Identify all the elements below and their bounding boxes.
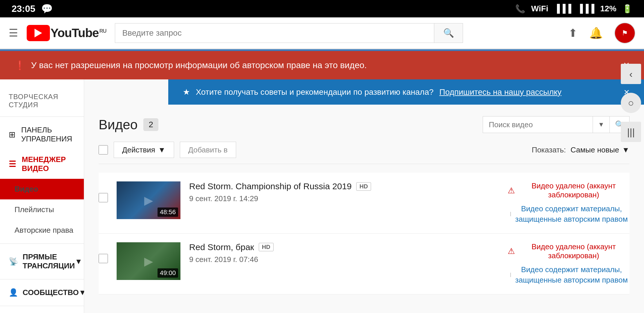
sidebar: ТВОРЧЕСКАЯ СТУДИЯ ⊞ ПАНЕЛЬ УПРАВЛЕНИЯ ☰ …: [0, 79, 84, 313]
status-icons: 📞 WiFi ▐▐▐ ▐▐▐ 12% 🔋: [515, 4, 632, 14]
playlists-sub-label: Плейлисты: [15, 205, 54, 214]
search-videos-container: ▼ 🔍: [483, 116, 629, 133]
logo-ru: RU: [99, 28, 106, 34]
logo-text: YouTubeRU: [50, 26, 106, 40]
status-deleted-2: ⚠ Видео удалено (аккаунт заблокирован): [508, 242, 629, 260]
warning-icon-1: ⚠: [508, 186, 515, 195]
content-wrapper: ★ Хотите получать советы и рекомендации …: [84, 79, 644, 313]
sidebar-item-label: МЕНЕДЖЕР ВИДЕО: [22, 155, 75, 173]
hd-badge-2: HD: [259, 243, 274, 251]
status-deleted-text-2: Видео удалено (аккаунт заблокирован): [518, 242, 629, 260]
status-deleted-text-1: Видео удалено (аккаунт заблокирован): [518, 181, 629, 199]
battery-display: 12%: [600, 4, 616, 13]
video-status-2: ⚠ Видео удалено (аккаунт заблокирован) |…: [508, 242, 629, 285]
video-thumbnail-2[interactable]: ▶ 49:00: [117, 242, 180, 280]
upload-button[interactable]: ⬆: [568, 27, 578, 39]
content-title-group: Видео 2: [99, 117, 158, 132]
video-date-2: 9 сент. 2019 г. 07:46: [189, 255, 499, 264]
live-label: ПРЯМЫЕ ТРАНСЛЯЦИИ: [23, 252, 75, 270]
hd-badge-1: HD: [356, 182, 371, 191]
video-status-1: ⚠ Видео удалено (аккаунт заблокирован) |…: [508, 181, 629, 225]
sidebar-item-dashboard[interactable]: ⊞ ПАНЕЛЬ УПРАВЛЕНИЯ: [0, 120, 84, 149]
video-date-1: 9 сент. 2019 г. 14:29: [189, 194, 499, 203]
sort-label: Самые новые: [571, 145, 619, 154]
sidebar-item-label: ПАНЕЛЬ УПРАВЛЕНИЯ: [21, 125, 75, 143]
divider-4: [0, 306, 84, 306]
sidebar-item-copyright[interactable]: Авторские права: [0, 220, 84, 241]
content-area: Видео 2 ▼ 🔍 Действия ▼ Добавить в: [84, 105, 644, 306]
signal2-icon: ▐▐▐: [577, 4, 594, 13]
info-banner-link[interactable]: Подпишитесь на нашу рассылку: [439, 88, 562, 97]
battery-icon: 🔋: [622, 4, 632, 14]
actions-button[interactable]: Действия ▼: [114, 142, 174, 158]
info-banner: ★ Хотите получать советы и рекомендации …: [168, 79, 644, 105]
search-videos-dropdown[interactable]: ▼: [593, 116, 610, 133]
right-nav: ‹ ○ |||: [618, 58, 644, 148]
select-all-checkbox[interactable]: [99, 145, 108, 154]
warning-icon-2: ⚠: [508, 246, 515, 256]
sidebar-item-video-manager[interactable]: ☰ МЕНЕДЖЕР ВИДЕО: [0, 149, 84, 179]
error-banner: ❗ У вас нет разрешения на просмотр инфор…: [0, 51, 644, 79]
youtube-logo-icon: [27, 25, 50, 41]
videos-sub-label: Видео: [15, 185, 38, 194]
video-title-1: Red Storm. Championship of Russia 2019: [189, 181, 352, 191]
studio-label: ТВОРЧЕСКАЯ СТУДИЯ: [0, 88, 84, 114]
live-icon: 📡: [9, 257, 18, 266]
navbar-actions: ⬆ 🔔 ⚑: [568, 23, 635, 43]
phone-icon: 📞: [515, 4, 525, 14]
video-duration-2: 49:00: [158, 268, 178, 278]
toolbar-right: Показать: Самые новые ▼: [532, 145, 629, 154]
star-icon: ★: [183, 87, 190, 97]
sidebar-item-playlists[interactable]: Плейлисты: [0, 199, 84, 220]
content-title: Видео: [99, 117, 138, 132]
error-icon: ❗: [15, 60, 25, 70]
info-banner-text: Хотите получать советы и рекомендации по…: [196, 88, 434, 97]
video-thumbnail-1[interactable]: ▶ 48:56: [117, 181, 180, 219]
sidebar-item-videos[interactable]: Видео: [0, 179, 84, 199]
count-badge: 2: [143, 118, 158, 131]
status-time: 23:05 💬: [12, 3, 53, 14]
status-copyright-2[interactable]: Видео содержит материалы, защищенные авт…: [513, 264, 629, 285]
video-title-2: Red Storm, брак: [189, 242, 254, 252]
divider-3: [0, 279, 84, 279]
dashboard-icon: ⊞: [9, 130, 15, 139]
community-icon: 👤: [9, 288, 18, 297]
actions-chevron-icon: ▼: [158, 145, 166, 154]
actions-label: Действия: [122, 145, 155, 154]
time-display: 23:05: [12, 3, 35, 14]
table-row: ▶ 49:00 Red Storm, брак HD 9 сент. 2019 …: [99, 234, 629, 294]
divider-1: [0, 117, 84, 117]
sidebar-item-live[interactable]: 📡 ПРЯМЫЕ ТРАНСЛЯЦИИ ▼: [0, 247, 84, 276]
sidebar-item-channel[interactable]: 📺 КАНАЛ ▼: [0, 309, 84, 313]
signal1-icon: ▐▐▐: [554, 4, 571, 13]
search-button[interactable]: 🔍: [434, 23, 463, 43]
sidebar-item-community[interactable]: 👤 СООБЩЕСТВО ▼: [0, 282, 84, 303]
avatar[interactable]: ⚑: [614, 23, 635, 43]
add-to-button[interactable]: Добавить в: [180, 142, 236, 158]
home-button[interactable]: ○: [621, 93, 641, 113]
video-manager-icon: ☰: [9, 159, 16, 169]
live-chevron-icon: ▼: [75, 257, 82, 266]
videos-toolbar: Действия ▼ Добавить в Показать: Самые но…: [99, 142, 629, 164]
search-input[interactable]: [115, 23, 434, 43]
recent-apps-button[interactable]: |||: [621, 122, 641, 142]
community-label: СООБЩЕСТВО: [23, 288, 79, 297]
back-button[interactable]: ‹: [621, 64, 641, 84]
menu-icon[interactable]: ☰: [9, 27, 18, 39]
status-divider-1: |: [510, 211, 511, 216]
video-checkbox-1[interactable]: [99, 193, 108, 202]
video-checkbox-2[interactable]: [99, 254, 108, 263]
video-title-row-1: Red Storm. Championship of Russia 2019 H…: [189, 181, 499, 191]
error-banner-content: ❗ У вас нет разрешения на просмотр инфор…: [15, 60, 367, 70]
copyright-sub-label: Авторские права: [15, 226, 73, 235]
error-banner-text: У вас нет разрешения на просмотр информа…: [31, 60, 367, 70]
notifications-button[interactable]: 🔔: [589, 27, 603, 39]
status-bar: 23:05 💬 📞 WiFi ▐▐▐ ▐▐▐ 12% 🔋: [0, 0, 644, 17]
search-container: 🔍: [115, 23, 463, 43]
divider-2: [0, 243, 84, 244]
chat-icon: 💬: [41, 3, 53, 14]
logo[interactable]: YouTubeRU: [27, 25, 106, 41]
status-copyright-1[interactable]: Видео содержит материалы, защищенные авт…: [513, 203, 629, 225]
status-divider-2: |: [510, 272, 511, 277]
search-videos-input[interactable]: [483, 116, 593, 133]
